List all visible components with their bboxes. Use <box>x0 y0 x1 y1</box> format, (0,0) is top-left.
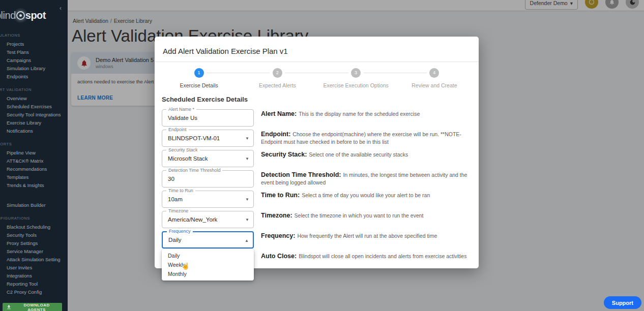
stepper: 1 Exercise Details 2 Expected Alerts 3 E… <box>160 68 474 88</box>
sidebar-item[interactable]: Notifications <box>0 127 68 135</box>
sidebar-item-label: C2 Proxy Config <box>7 289 42 295</box>
sidebar-item[interactable]: Blackout Scheduling <box>0 223 68 231</box>
field-descriptions-column: Alert Name:This is the display name for … <box>261 109 472 273</box>
sidebar-item-label: User Invites <box>7 265 32 270</box>
download-icon <box>6 304 12 310</box>
field-description-text: How frequently the Alert will run at the… <box>297 233 437 239</box>
form-field[interactable]: Endpoint BLINDSPOT-VM-01 ▼ <box>162 130 254 147</box>
sidebar-item-label: Notifications <box>7 128 33 134</box>
form-field[interactable]: Timezone America/New_York ▼ <box>162 211 254 228</box>
sidebar-item-label: Endpoints <box>7 74 28 79</box>
sidebar-item-label: ATT&CK® Matrix <box>7 158 43 164</box>
sidebar-item-label: Integrations <box>7 273 32 278</box>
field-label: Frequency <box>167 229 193 234</box>
field-description-term: Detection Time Threshold: <box>261 171 341 178</box>
sidebar-item-label: Blackout Scheduling <box>7 224 50 230</box>
download-agents-button[interactable]: DOWNLOAD AGENTS <box>3 303 62 311</box>
field-label: Alert Name * <box>166 107 196 112</box>
sidebar-item[interactable]: Service Manager <box>0 247 68 255</box>
field-description-term: Alert Name: <box>261 110 297 117</box>
form-field[interactable]: Time to Run 10am ▼ <box>162 191 254 208</box>
sidebar-item[interactable]: Test Plans <box>0 48 68 56</box>
dropdown-option[interactable]: Daily <box>162 251 254 260</box>
form-field[interactable]: Frequency Daily ▲ <box>162 231 254 248</box>
sidebar-item[interactable]: Endpoints <box>0 72 68 80</box>
sidebar-item[interactable]: Integrations <box>0 271 68 279</box>
form-section-heading: Scheduled Exercise Details <box>162 96 472 103</box>
stepper-step[interactable]: 3 Exercise Execution Options <box>317 68 395 88</box>
sidebar-item-label: Pipeline View <box>7 150 36 156</box>
sidebar-item[interactable]: ALERT VALIDATION <box>0 87 68 92</box>
sidebar-item-label: CONFIGURATIONS <box>0 216 30 221</box>
field-description-term: Frequency: <box>261 232 295 239</box>
sidebar-item[interactable]: Security Tools <box>0 231 68 239</box>
field-description: Time to Run:Select a time of day you wou… <box>261 192 472 212</box>
sidebar-item[interactable]: Overview <box>0 94 68 102</box>
dropdown-arrow-icon[interactable]: ▲ <box>245 232 249 250</box>
sidebar-item-label: Campaigns <box>7 57 31 63</box>
sidebar-item[interactable]: CONFIGURATIONS <box>0 215 68 221</box>
step-number-badge: 4 <box>429 68 439 78</box>
sidebar-item-label: Proxy Settings <box>7 240 38 246</box>
sidebar-item-label: Security Tool Integrations <box>7 112 61 117</box>
field-description-text: Select the timezone in which you want to… <box>295 212 424 219</box>
sidebar-item[interactable]: ATT&CK® Matrix <box>0 157 68 165</box>
sidebar-item[interactable]: Campaigns <box>0 56 68 64</box>
sidebar-item[interactable]: Simulation Builder <box>0 201 68 209</box>
sidebar-item-label: Simulation Builder <box>7 202 46 208</box>
sidebar-item[interactable]: Reporting Tool <box>0 279 68 288</box>
sidebar-item[interactable]: Proxy Settings <box>0 239 68 247</box>
stepper-step[interactable]: 4 Review and Create <box>395 68 474 88</box>
sidebar-item-label: Exercise Library <box>7 120 41 126</box>
form-field[interactable]: Alert Name * Validate Us <box>162 109 254 127</box>
field-description: Alert Name:This is the display name for … <box>261 110 472 131</box>
field-label: Detection Time Threshold <box>166 168 222 173</box>
support-button[interactable]: Support <box>604 296 641 309</box>
dropdown-option[interactable]: Weekly <box>162 260 254 269</box>
step-number-badge: 3 <box>351 68 361 78</box>
sidebar-collapse-icon[interactable]: ‹ <box>60 5 62 11</box>
sidebar-item[interactable]: C2 Proxy Config <box>0 288 68 296</box>
sidebar-item[interactable]: Trends & Insights <box>0 181 68 189</box>
field-description-term: Time to Run: <box>261 192 300 199</box>
sidebar-item[interactable]: SIMULATIONS <box>0 33 68 38</box>
sidebar-item[interactable]: Projects <box>0 40 68 48</box>
sidebar-item-label: REPORTS <box>0 142 12 146</box>
sidebar-item[interactable]: Scheduled Exercises <box>0 102 68 110</box>
stepper-step[interactable]: 1 Exercise Details <box>160 68 238 88</box>
field-description-text: Select one of the available security sta… <box>309 151 408 158</box>
dropdown-option[interactable]: Monthly <box>162 269 254 278</box>
sidebar-item[interactable]: Templates <box>0 173 68 181</box>
dropdown-arrow-icon[interactable]: ▼ <box>245 150 249 168</box>
sidebar-item[interactable]: Security Tool Integrations <box>0 110 68 118</box>
modal-divider <box>155 61 479 62</box>
sidebar-item[interactable]: Recommendations <box>0 165 68 173</box>
sidebar: blind spot ‹ SIMULATIONS Projects Test P… <box>0 0 68 311</box>
sidebar-item[interactable]: Exercise Library <box>0 118 68 127</box>
dropdown-arrow-icon[interactable]: ▼ <box>245 211 249 229</box>
field-description: Timezone:Select the timezone in which yo… <box>261 212 472 232</box>
sidebar-item-label: Security Tools <box>7 232 37 238</box>
field-label: Endpoint <box>166 127 189 132</box>
form-field[interactable]: Detection Time Threshold 30 <box>162 170 254 188</box>
field-description: Detection Time Threshold:In minutes, the… <box>261 171 472 192</box>
dropdown-arrow-icon[interactable]: ▼ <box>245 191 249 208</box>
step-number-badge: 1 <box>194 68 204 78</box>
sidebar-item[interactable]: REPORTS <box>0 141 68 146</box>
sidebar-item[interactable]: Simulation Library <box>0 64 68 72</box>
sidebar-item[interactable]: User Invites <box>0 263 68 271</box>
field-value: BLINDSPOT-VM-01 <box>162 130 253 146</box>
sidebar-item-label: Service Manager <box>7 248 43 254</box>
dropdown-arrow-icon[interactable]: ▼ <box>245 130 249 147</box>
field-description-term: Auto Close: <box>261 253 297 260</box>
stepper-step[interactable]: 2 Expected Alerts <box>238 68 316 88</box>
step-label: Review and Create <box>395 82 474 88</box>
form-field[interactable]: Security Stack Microsoft Stack ▼ <box>162 150 254 167</box>
sidebar-item[interactable]: Pipeline View <box>0 148 68 157</box>
logo-text-right: spot <box>25 10 46 21</box>
field-value: 30 <box>162 171 253 187</box>
sidebar-item[interactable]: Attack Simulation Setting <box>0 255 68 263</box>
field-value: Microsoft Stack <box>162 150 253 167</box>
field-description-term: Security Stack: <box>261 151 307 158</box>
add-exercise-plan-modal: Add Alert Validation Exercise Plan v1 1 … <box>155 37 479 268</box>
